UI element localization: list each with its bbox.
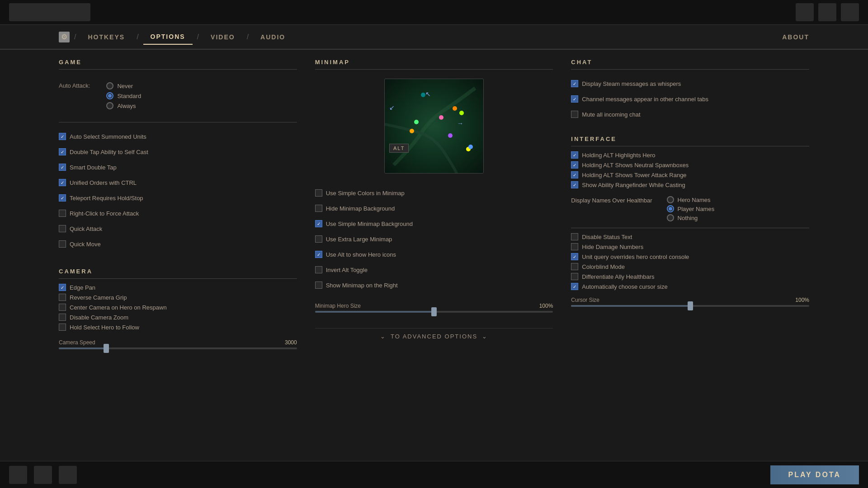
reverse-camera-checkbox[interactable] <box>59 294 66 301</box>
nothing-radio[interactable] <box>667 214 674 221</box>
auto-attack-always-radio[interactable] <box>106 102 113 109</box>
simple-bg-row[interactable]: Use Simple Minimap Background <box>315 219 553 229</box>
right-click-force-checkbox[interactable] <box>59 210 66 217</box>
nav-audio[interactable]: AUDIO <box>253 30 292 44</box>
camera-speed-thumb[interactable] <box>104 344 109 353</box>
alt-tower-checkbox[interactable] <box>571 171 578 178</box>
differentiate-ally-label: Differentiate Ally Healthbars <box>582 273 654 280</box>
center-camera-row[interactable]: Center Camera on Hero on Respawn <box>59 302 297 312</box>
nav-options[interactable]: OPTIONS <box>143 29 193 45</box>
colorblind-mode-row[interactable]: Colorblind Mode <box>571 262 809 272</box>
auto-cursor-size-row[interactable]: Automatically choose cursor size <box>571 282 809 291</box>
camera-speed-track[interactable] <box>59 347 297 349</box>
edge-pan-checkbox[interactable] <box>59 284 66 291</box>
smart-double-tap-row[interactable]: Smart Double Tap <box>59 162 297 172</box>
top-icon-2[interactable] <box>818 3 836 21</box>
cursor-size-track[interactable] <box>571 305 809 307</box>
bottom-icon-2[interactable] <box>34 466 52 484</box>
quick-attack-checkbox[interactable] <box>59 225 66 232</box>
minimap-right-row[interactable]: Show Minimap on the Right <box>315 280 553 290</box>
hold-select-hero-row[interactable]: Hold Select Hero to Follow <box>59 322 297 332</box>
alt-neutral-checkbox[interactable] <box>571 161 578 169</box>
differentiate-ally-checkbox[interactable] <box>571 273 578 280</box>
interface-divider <box>571 228 809 228</box>
auto-attack-never-radio[interactable] <box>106 82 113 89</box>
bottom-icon-3[interactable] <box>59 466 77 484</box>
unified-orders-checkbox[interactable] <box>59 179 66 186</box>
auto-attack-always-row[interactable]: Always <box>106 102 141 109</box>
quick-move-row[interactable]: Quick Move <box>59 239 297 249</box>
auto-attack-standard-row[interactable]: Standard <box>106 92 141 99</box>
disable-camera-zoom-checkbox[interactable] <box>59 314 66 321</box>
invert-alt-row[interactable]: Invert Alt Toggle <box>315 265 553 275</box>
disable-status-text-checkbox[interactable] <box>571 233 578 240</box>
settings-icon[interactable]: ⚙ <box>59 32 70 42</box>
auto-attack-standard-radio[interactable] <box>106 92 113 99</box>
alt-tower-row[interactable]: Holding ALT Shows Tower Attack Range <box>571 170 809 180</box>
play-dota-button[interactable]: PLAY DOTA <box>770 465 859 484</box>
edge-pan-row[interactable]: Edge Pan <box>59 282 297 292</box>
extra-large-row[interactable]: Use Extra Large Minimap <box>315 234 553 244</box>
bottom-icon-1[interactable] <box>9 466 27 484</box>
alt-hero-icons-checkbox[interactable] <box>315 251 322 258</box>
unit-query-checkbox[interactable] <box>571 253 578 260</box>
hide-damage-numbers-checkbox[interactable] <box>571 243 578 250</box>
ability-rangefinder-checkbox[interactable] <box>571 181 578 188</box>
mute-incoming-row[interactable]: Mute all incoming chat <box>571 109 809 119</box>
alt-neutral-row[interactable]: Holding ALT Shows Neutral Spawnboxes <box>571 160 809 170</box>
nothing-row[interactable]: Nothing <box>667 214 715 221</box>
mute-incoming-checkbox[interactable] <box>571 111 578 118</box>
channel-tabs-row[interactable]: Channel messages appear in other channel… <box>571 94 809 104</box>
quick-move-checkbox[interactable] <box>59 240 66 248</box>
hero-names-radio[interactable] <box>667 196 674 203</box>
auto-cursor-size-checkbox[interactable] <box>571 283 578 290</box>
smart-double-tap-checkbox[interactable] <box>59 164 66 171</box>
center-camera-checkbox[interactable] <box>59 304 66 311</box>
reverse-camera-row[interactable]: Reverse Camera Grip <box>59 292 297 302</box>
cursor-size-thumb[interactable] <box>688 301 693 310</box>
nav-video[interactable]: VIDEO <box>203 30 242 44</box>
invert-alt-checkbox[interactable] <box>315 266 322 273</box>
player-names-row[interactable]: Player Names <box>667 205 715 212</box>
colorblind-mode-checkbox[interactable] <box>571 263 578 270</box>
simple-colors-checkbox[interactable] <box>315 189 322 197</box>
unit-query-row[interactable]: Unit query overrides hero control consol… <box>571 252 809 262</box>
nav-hotkeys[interactable]: HOTKEYS <box>80 30 132 44</box>
hide-bg-checkbox[interactable] <box>315 205 322 212</box>
teleport-hold-row[interactable]: Teleport Requires Hold/Stop <box>59 193 297 203</box>
simple-bg-checkbox[interactable] <box>315 220 322 227</box>
extra-large-checkbox[interactable] <box>315 235 322 243</box>
to-advanced-button[interactable]: ⌄ TO ADVANCED OPTIONS ⌄ <box>315 328 553 344</box>
hero-size-thumb[interactable] <box>431 307 437 316</box>
unified-orders-row[interactable]: Unified Orders with CTRL <box>59 178 297 188</box>
minimap-right-checkbox[interactable] <box>315 282 322 289</box>
steam-whispers-checkbox[interactable] <box>571 80 578 87</box>
hero-size-track[interactable] <box>315 311 553 313</box>
simple-colors-row[interactable]: Use Simple Colors in Minimap <box>315 188 553 198</box>
hero-names-row[interactable]: Hero Names <box>667 196 715 203</box>
right-click-force-row[interactable]: Right-Click to Force Attack <box>59 208 297 218</box>
top-icon-3[interactable] <box>841 3 859 21</box>
steam-whispers-row[interactable]: Display Steam messages as whispers <box>571 79 809 89</box>
alt-highlights-hero-row[interactable]: Holding ALT Highlights Hero <box>571 150 809 160</box>
double-tap-self-cast-checkbox[interactable] <box>59 148 66 155</box>
differentiate-ally-row[interactable]: Differentiate Ally Healthbars <box>571 272 809 282</box>
quick-attack-row[interactable]: Quick Attack <box>59 224 297 234</box>
hide-damage-numbers-row[interactable]: Hide Damage Numbers <box>571 242 809 252</box>
disable-camera-zoom-row[interactable]: Disable Camera Zoom <box>59 312 297 322</box>
top-icon-1[interactable] <box>796 3 814 21</box>
player-names-radio[interactable] <box>667 205 674 212</box>
auto-select-summoned-row[interactable]: Auto Select Summoned Units <box>59 131 297 141</box>
ability-rangefinder-row[interactable]: Show Ability Rangefinder While Casting <box>571 180 809 190</box>
nav-about[interactable]: ABOUT <box>782 33 809 41</box>
disable-status-text-row[interactable]: Disable Status Text <box>571 232 809 242</box>
auto-select-summoned-checkbox[interactable] <box>59 133 66 140</box>
alt-hero-icons-row[interactable]: Use Alt to show Hero icons <box>315 249 553 259</box>
double-tap-self-cast-row[interactable]: Double Tap Ability to Self Cast <box>59 147 297 157</box>
channel-tabs-checkbox[interactable] <box>571 95 578 103</box>
teleport-hold-checkbox[interactable] <box>59 194 66 202</box>
alt-highlights-hero-checkbox[interactable] <box>571 151 578 159</box>
hold-select-hero-checkbox[interactable] <box>59 324 66 331</box>
auto-attack-never-row[interactable]: Never <box>106 82 141 89</box>
hide-bg-row[interactable]: Hide Minimap Background <box>315 203 553 213</box>
